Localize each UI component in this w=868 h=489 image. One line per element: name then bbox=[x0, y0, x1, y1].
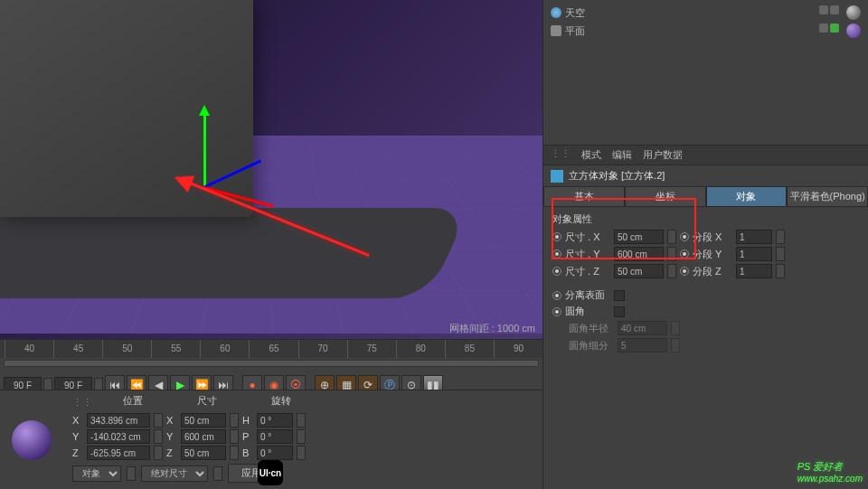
plane-icon bbox=[551, 25, 561, 36]
radio-icon[interactable] bbox=[680, 267, 689, 276]
material-tag-icon[interactable] bbox=[846, 24, 861, 38]
axis-y-label: Y bbox=[72, 431, 83, 442]
visibility-editor-icon[interactable] bbox=[819, 5, 828, 14]
attribute-menu: ⋮⋮ 模式 编辑 用户数据 bbox=[543, 145, 868, 165]
size-z-input[interactable] bbox=[181, 446, 226, 460]
rotation-p-input[interactable] bbox=[257, 429, 293, 444]
position-y-input[interactable] bbox=[87, 429, 150, 444]
separate-surface-checkbox[interactable] bbox=[614, 290, 625, 301]
material-preview[interactable] bbox=[0, 390, 63, 489]
timeline: 40 45 50 55 60 65 70 75 80 85 90 ⏮ ⏪ ◀ bbox=[0, 339, 542, 390]
size-y-input[interactable] bbox=[181, 429, 226, 444]
section-object-props: 对象属性 bbox=[552, 212, 859, 226]
menu-edit[interactable]: 编辑 bbox=[612, 148, 632, 162]
position-z-input[interactable] bbox=[87, 446, 150, 460]
fillet-sub-input bbox=[618, 338, 667, 353]
material-tag-icon[interactable] bbox=[846, 5, 861, 20]
viewport[interactable]: 网格间距 : 1000 cm bbox=[0, 0, 542, 339]
size-z-input[interactable] bbox=[614, 264, 664, 278]
rotation-h-input[interactable] bbox=[257, 413, 293, 428]
size-x-input[interactable] bbox=[614, 230, 664, 244]
sky-icon bbox=[551, 7, 561, 18]
radio-icon[interactable] bbox=[680, 249, 689, 259]
tab-coord[interactable]: 坐标 bbox=[625, 186, 706, 207]
column-size-label: 尺寸 bbox=[197, 394, 217, 408]
tab-phong[interactable]: 平滑着色(Phong) bbox=[787, 186, 868, 207]
visibility-editor-icon[interactable] bbox=[819, 24, 828, 33]
radio-icon[interactable] bbox=[552, 232, 561, 241]
visibility-render-icon[interactable] bbox=[830, 5, 839, 14]
visibility-render-icon[interactable] bbox=[830, 24, 839, 33]
axis-x-label: X bbox=[72, 415, 83, 426]
column-position-label: 位置 bbox=[123, 394, 143, 408]
timeline-ruler[interactable]: 40 45 50 55 60 65 70 75 80 85 90 bbox=[0, 340, 542, 358]
object-row-plane[interactable]: 平面 bbox=[547, 22, 864, 40]
radio-icon[interactable] bbox=[552, 307, 561, 316]
size-x-input[interactable] bbox=[181, 413, 226, 428]
tab-object[interactable]: 对象 bbox=[706, 186, 788, 207]
radio-icon[interactable] bbox=[680, 232, 689, 241]
ui-logo-icon: UI·cn bbox=[258, 460, 283, 485]
fillet-checkbox[interactable] bbox=[614, 306, 625, 317]
coordinates-panel: ⋮⋮ 位置 尺寸 旋转 X X H Y bbox=[63, 390, 542, 489]
object-row-sky[interactable]: 天空 bbox=[547, 4, 864, 22]
grid-spacing-label: 网格间距 : 1000 cm bbox=[449, 322, 535, 335]
radio-icon[interactable] bbox=[552, 267, 561, 276]
size-y-input[interactable] bbox=[614, 247, 664, 261]
timeline-scrollbar[interactable] bbox=[4, 360, 539, 367]
segments-x-input[interactable] bbox=[736, 230, 772, 244]
menu-userdata[interactable]: 用户数据 bbox=[643, 148, 683, 162]
column-rotation-label: 旋转 bbox=[271, 394, 291, 408]
radio-icon[interactable] bbox=[552, 249, 561, 259]
position-x-input[interactable] bbox=[87, 413, 150, 428]
axis-z-label: Z bbox=[72, 447, 83, 458]
size-mode-select[interactable]: 绝对尺寸 bbox=[141, 465, 208, 482]
rotation-b-input[interactable] bbox=[257, 446, 293, 460]
radio-icon[interactable] bbox=[552, 291, 561, 300]
segments-z-input[interactable] bbox=[736, 264, 772, 278]
menu-mode[interactable]: 模式 bbox=[581, 148, 601, 162]
segments-y-input[interactable] bbox=[736, 247, 772, 261]
object-title: 立方体对象 [立方体.2] bbox=[569, 169, 665, 183]
fillet-radius-input bbox=[618, 321, 667, 335]
object-manager: 天空 平面 bbox=[543, 0, 868, 145]
tab-basic[interactable]: 基本 bbox=[543, 186, 625, 207]
coord-mode-select[interactable]: 对象 bbox=[72, 465, 121, 482]
cube-object-icon bbox=[551, 170, 563, 183]
material-ball-icon bbox=[12, 420, 52, 460]
